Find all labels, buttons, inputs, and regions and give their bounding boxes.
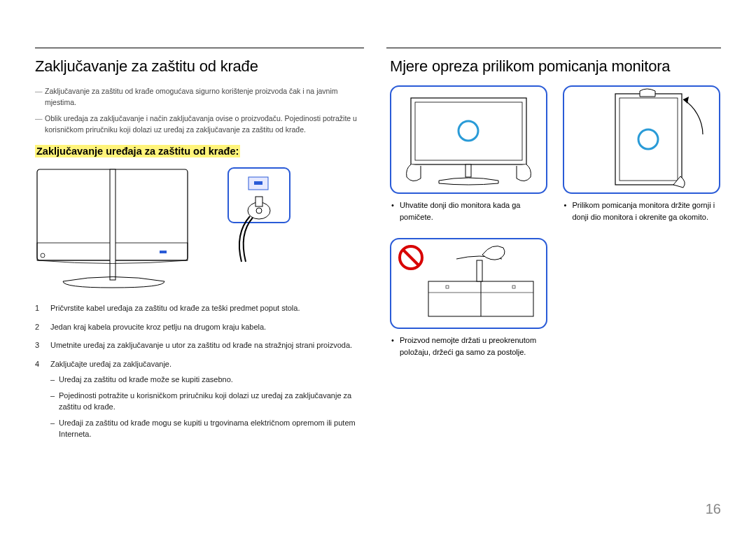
left-subheading: Zaključavanje uređaja za zaštitu od krađ… xyxy=(35,145,240,157)
svg-rect-21 xyxy=(391,239,547,328)
note-1: ― Zaključavanje za zaštitu od krađe omog… xyxy=(35,85,366,108)
step-3: Umetnite uređaj za zaključavanje u utor … xyxy=(35,339,366,351)
svg-rect-12 xyxy=(411,98,526,164)
caption-rotate: Prilikom pomicanja monitora držite gornj… xyxy=(563,199,722,223)
note-2: ― Oblik uređaja za zaključavanje i način… xyxy=(35,113,366,136)
svg-rect-17 xyxy=(615,94,682,185)
svg-rect-29 xyxy=(512,286,515,288)
do-not-hold-stand-illustration xyxy=(390,238,547,329)
lock-diagram-row xyxy=(35,167,366,290)
lock-closeup-illustration xyxy=(227,167,290,265)
left-column: Zaključavanje za zaštitu od krađe ― Zakl… xyxy=(35,57,366,451)
right-column: Mjere opreza prilikom pomicanja monitora xyxy=(390,57,721,451)
svg-rect-2 xyxy=(160,251,167,253)
caption-hold-bottom: Uhvatite donji dio monitora kada ga pomi… xyxy=(390,199,549,223)
rotate-portrait-illustration xyxy=(563,85,720,194)
sub-3: Uređaji za zaštitu od krađe mogu se kupi… xyxy=(50,417,366,440)
monitor-back-illustration xyxy=(35,167,206,290)
svg-rect-7 xyxy=(254,181,262,185)
dash-icon: ― xyxy=(35,113,45,136)
step-2: Jedan kraj kabela provucite kroz petlju … xyxy=(35,321,366,333)
svg-rect-9 xyxy=(255,197,262,206)
sub-2: Pojedinosti potražite u korisničkom prir… xyxy=(50,390,366,413)
left-heading: Zaključavanje za zaštitu od krađe xyxy=(35,57,366,76)
dash-icon: ― xyxy=(35,85,45,108)
sub-1: Uređaj za zaštitu od krađe može se kupit… xyxy=(50,374,366,386)
svg-rect-27 xyxy=(477,260,482,281)
hold-bottom-illustration xyxy=(390,85,547,194)
svg-point-3 xyxy=(41,253,45,258)
step-4: Zaključajte uređaj za zaključavanje. Ure… xyxy=(35,358,366,444)
svg-rect-28 xyxy=(446,286,449,288)
steps-list: Pričvrstite kabel uređaja za zaštitu od … xyxy=(35,302,366,444)
caption-do-not-stand: Proizvod nemojte držati u preokrenutom p… xyxy=(390,335,549,358)
page-number: 16 xyxy=(706,501,721,517)
right-heading: Mjere opreza prilikom pomicanja monitora xyxy=(390,57,721,76)
svg-rect-15 xyxy=(465,164,471,177)
svg-line-23 xyxy=(403,250,419,265)
step-1: Pričvrstite kabel uređaja za zaštitu od … xyxy=(35,302,366,314)
